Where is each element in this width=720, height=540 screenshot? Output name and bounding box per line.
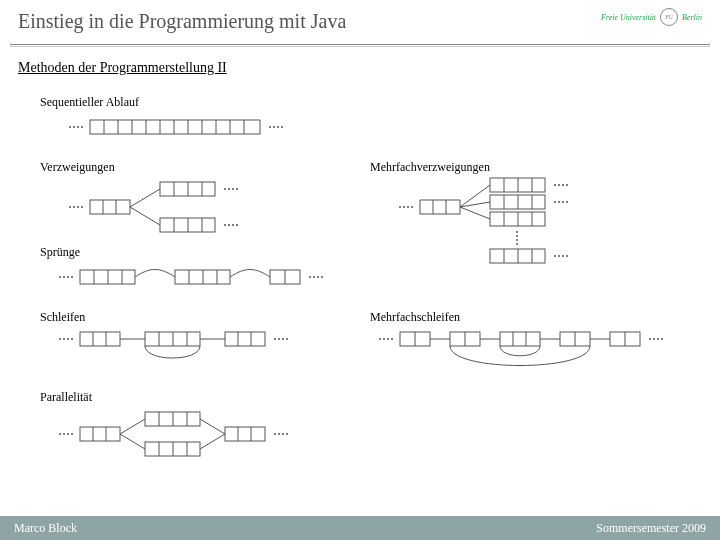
svg-point-155 bbox=[274, 433, 276, 435]
svg-point-79 bbox=[558, 255, 560, 257]
svg-point-42 bbox=[236, 224, 238, 226]
svg-point-158 bbox=[286, 433, 288, 435]
svg-point-65 bbox=[566, 184, 568, 186]
svg-point-38 bbox=[236, 188, 238, 190]
svg-rect-126 bbox=[500, 332, 540, 346]
svg-point-138 bbox=[63, 433, 65, 435]
svg-point-22 bbox=[77, 206, 79, 208]
svg-point-1 bbox=[73, 126, 75, 128]
svg-point-97 bbox=[313, 276, 315, 278]
section-multibranch: Mehrfachverzweigungen bbox=[370, 160, 670, 277]
svg-point-118 bbox=[379, 338, 381, 340]
svg-point-19 bbox=[281, 126, 283, 128]
svg-point-69 bbox=[566, 201, 568, 203]
svg-point-2 bbox=[77, 126, 79, 128]
svg-point-103 bbox=[71, 338, 73, 340]
label: Sequentieller Ablauf bbox=[40, 95, 360, 110]
page-title: Einstieg in die Programmierung mit Java bbox=[18, 10, 346, 32]
svg-point-39 bbox=[224, 224, 226, 226]
logo-city: Berlin bbox=[682, 13, 702, 22]
label: Verzweigungen bbox=[40, 160, 340, 175]
header: Einstieg in die Programmierung mit Java bbox=[18, 10, 702, 33]
footer-author: Marco Block bbox=[14, 521, 77, 536]
svg-point-78 bbox=[554, 255, 556, 257]
svg-point-102 bbox=[67, 338, 69, 340]
diagram-sequential bbox=[40, 112, 360, 142]
svg-point-41 bbox=[232, 224, 234, 226]
svg-point-16 bbox=[269, 126, 271, 128]
svg-rect-152 bbox=[225, 427, 265, 441]
svg-point-137 bbox=[59, 433, 61, 435]
svg-rect-141 bbox=[80, 427, 120, 441]
svg-point-96 bbox=[309, 276, 311, 278]
svg-point-80 bbox=[562, 255, 564, 257]
diagram-multibranch bbox=[370, 177, 670, 277]
svg-point-18 bbox=[277, 126, 279, 128]
svg-point-101 bbox=[63, 338, 65, 340]
svg-point-72 bbox=[516, 239, 518, 241]
university-logo: Freie Universität FU Berlin bbox=[601, 8, 702, 26]
svg-point-120 bbox=[387, 338, 389, 340]
diagram-jumps bbox=[40, 262, 360, 292]
svg-point-67 bbox=[558, 201, 560, 203]
svg-point-17 bbox=[273, 126, 275, 128]
label: Mehrfachschleifen bbox=[370, 310, 700, 325]
svg-point-134 bbox=[653, 338, 655, 340]
svg-point-71 bbox=[516, 235, 518, 237]
svg-point-136 bbox=[661, 338, 663, 340]
svg-point-84 bbox=[67, 276, 69, 278]
svg-point-100 bbox=[59, 338, 61, 340]
svg-point-119 bbox=[383, 338, 385, 340]
svg-point-117 bbox=[286, 338, 288, 340]
svg-point-0 bbox=[69, 126, 71, 128]
diagram-branch bbox=[40, 177, 340, 237]
svg-point-44 bbox=[403, 206, 405, 208]
label: Mehrfachverzweigungen bbox=[370, 160, 670, 175]
svg-point-68 bbox=[562, 201, 564, 203]
divider bbox=[10, 46, 710, 47]
section-parallel: Parallelität bbox=[40, 390, 360, 462]
svg-point-20 bbox=[69, 206, 71, 208]
svg-rect-104 bbox=[80, 332, 120, 346]
section-branch: Verzweigungen bbox=[40, 160, 340, 237]
label: Schleifen bbox=[40, 310, 340, 325]
svg-point-35 bbox=[224, 188, 226, 190]
svg-rect-47 bbox=[420, 200, 460, 214]
svg-point-121 bbox=[391, 338, 393, 340]
svg-rect-24 bbox=[90, 200, 130, 214]
svg-point-40 bbox=[228, 224, 230, 226]
svg-point-73 bbox=[516, 243, 518, 245]
svg-point-43 bbox=[399, 206, 401, 208]
svg-point-157 bbox=[282, 433, 284, 435]
label: Sprünge bbox=[40, 245, 360, 260]
svg-point-81 bbox=[566, 255, 568, 257]
svg-point-139 bbox=[67, 433, 69, 435]
svg-point-98 bbox=[317, 276, 319, 278]
section-multiloops: Mehrfachschleifen bbox=[370, 310, 700, 382]
diagram-loops bbox=[40, 327, 340, 372]
seal-icon: FU bbox=[660, 8, 678, 26]
divider bbox=[10, 44, 710, 45]
slide: Einstieg in die Programmierung mit Java … bbox=[0, 0, 720, 540]
svg-point-62 bbox=[554, 184, 556, 186]
svg-point-70 bbox=[516, 231, 518, 233]
svg-point-82 bbox=[59, 276, 61, 278]
logo-text: Freie Universität bbox=[601, 13, 656, 22]
svg-point-63 bbox=[558, 184, 560, 186]
svg-point-135 bbox=[657, 338, 659, 340]
svg-point-64 bbox=[562, 184, 564, 186]
label: Parallelität bbox=[40, 390, 360, 405]
svg-point-156 bbox=[278, 433, 280, 435]
svg-point-114 bbox=[274, 338, 276, 340]
svg-point-21 bbox=[73, 206, 75, 208]
svg-point-36 bbox=[228, 188, 230, 190]
svg-rect-4 bbox=[90, 120, 260, 134]
footer: Marco Block Sommersemester 2009 bbox=[0, 516, 720, 540]
svg-point-45 bbox=[407, 206, 409, 208]
svg-point-37 bbox=[232, 188, 234, 190]
svg-point-85 bbox=[71, 276, 73, 278]
svg-point-46 bbox=[411, 206, 413, 208]
diagram-parallel bbox=[40, 407, 360, 462]
svg-point-133 bbox=[649, 338, 651, 340]
section-sequential: Sequentieller Ablauf bbox=[40, 95, 360, 142]
